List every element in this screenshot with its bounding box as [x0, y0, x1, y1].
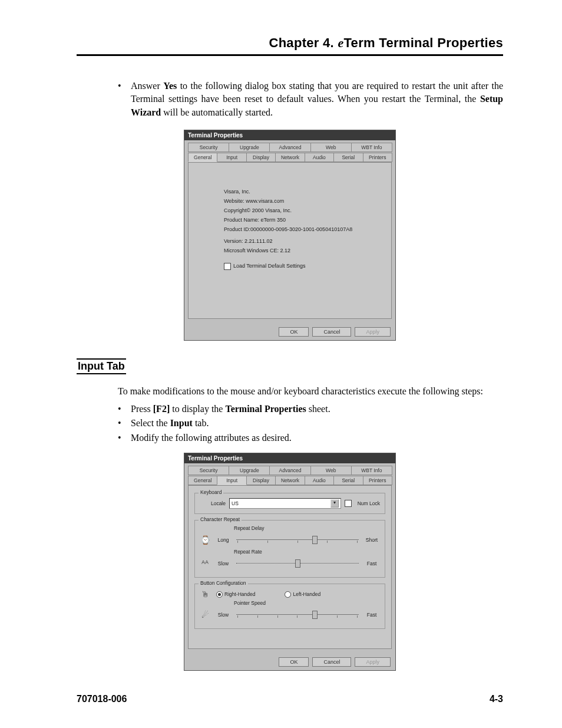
tab2-serial[interactable]: Serial [333, 476, 363, 485]
section-heading-input-tab: Input Tab [77, 358, 126, 374]
b1-post: sheet. [306, 404, 330, 414]
footer-pagenum: 4-3 [490, 694, 503, 704]
numlock-checkbox[interactable] [345, 500, 352, 507]
tab-advanced[interactable]: Advanced [269, 143, 310, 152]
dialog2-title: Terminal Properties [184, 453, 395, 463]
tab-web[interactable]: Web [310, 143, 352, 152]
intro-mid: to the following dialog box stating that… [131, 81, 503, 104]
wince-line: Microsoft Windows CE: 2.12 [224, 248, 377, 253]
tab-general[interactable]: General [188, 153, 217, 162]
repeat-rate-slider[interactable] [236, 559, 359, 568]
bullet-dot: • [118, 431, 131, 444]
tab2-wbt-info[interactable]: WBT Info [351, 466, 392, 475]
cancel-button[interactable]: Cancel [312, 327, 351, 337]
left-handed-radio[interactable] [285, 591, 291, 598]
bullet-dot: • [118, 417, 131, 430]
tab2-security[interactable]: Security [188, 466, 229, 475]
company-line: Visara, Inc. [224, 189, 377, 195]
tab2-general[interactable]: General [188, 476, 217, 485]
repeat-delay-slider[interactable] [236, 536, 359, 544]
repeat-delay-title: Repeat Delay [234, 525, 380, 531]
general-panel: Visara, Inc. Website: www.visara.com Cop… [188, 162, 392, 319]
right-handed-radio[interactable] [216, 591, 223, 598]
tab-security[interactable]: Security [188, 143, 229, 152]
ok-button-2[interactable]: OK [279, 657, 309, 667]
page: Chapter 4. eTerm Terminal Properties • A… [0, 0, 562, 728]
repeat-rate-icon: ᴬᴬ [200, 558, 210, 569]
b1-pre: Press [131, 404, 153, 414]
slow-label: Slow [215, 561, 232, 566]
fast-label: Fast [363, 561, 380, 566]
load-defaults-checkbox[interactable] [224, 263, 231, 270]
apply-button[interactable]: Apply [355, 327, 391, 337]
tab2-audio[interactable]: Audio [305, 476, 334, 485]
load-defaults-row: Load Terminal Default Settings [224, 263, 377, 270]
intro-bullet-text: Answer Yes to the following dialog box s… [131, 80, 503, 119]
ok-button[interactable]: OK [279, 327, 309, 337]
repeat-rate-title: Repeat Rate [234, 549, 380, 555]
right-handed-option[interactable]: Right-Handed [216, 591, 255, 598]
button-config-group: Button Configuration 🖱 Right-Handed Left… [194, 584, 385, 629]
keyboard-legend: Keyboard [199, 489, 223, 495]
right-handed-label: Right-Handed [224, 591, 255, 597]
copyright-line: Copyright© 2000 Visara, Inc. [224, 207, 377, 213]
pointer-speed-icon: ☄ [200, 610, 210, 620]
tab-upgrade[interactable]: Upgrade [229, 143, 270, 152]
b2-pre: Select the [131, 418, 170, 428]
tab-audio[interactable]: Audio [305, 153, 334, 162]
tab2-network[interactable]: Network [275, 476, 305, 485]
screenshot-general-tab: Terminal Properties Security Upgrade Adv… [184, 130, 396, 341]
button-config-legend: Button Configuration [199, 580, 248, 586]
tab-network[interactable]: Network [275, 153, 305, 162]
locale-dropdown[interactable]: US ▾ [229, 498, 341, 509]
tab2-display[interactable]: Display [246, 476, 276, 485]
chevron-down-icon[interactable]: ▾ [330, 499, 339, 508]
dialog-button-row: OK Cancel Apply [184, 324, 395, 340]
b2-post: tab. [193, 418, 209, 428]
chapter-header: Chapter 4. eTerm Terminal Properties [77, 35, 503, 56]
tab-wbt-info[interactable]: WBT Info [351, 143, 392, 152]
char-repeat-legend: Character Repeat [199, 516, 242, 522]
locale-label: Locale [200, 500, 226, 506]
numlock-label: Num Lock [358, 500, 380, 506]
tab-serial[interactable]: Serial [333, 153, 363, 162]
character-repeat-group: Character Repeat Repeat Delay ⌚ Long Sho… [194, 520, 385, 578]
footer-docnum: 707018-006 [77, 694, 127, 704]
repeat-delay-icon: ⌚ [200, 535, 210, 545]
pointer-speed-slider[interactable] [236, 611, 359, 619]
long-label: Long [215, 537, 232, 543]
intro-post: will be automatically started. [161, 107, 273, 117]
input-panel: Keyboard Locale US ▾ Num Lock Character … [188, 485, 392, 649]
tab2-input[interactable]: Input [217, 476, 246, 485]
locale-value: US [232, 500, 239, 506]
bullet-select-input: Select the Input tab. [131, 417, 503, 430]
dialog-title: Terminal Properties [184, 130, 395, 140]
product-name-line: Product Name: eTerm 350 [224, 217, 377, 223]
short-label: Short [363, 537, 380, 543]
tab-display[interactable]: Display [246, 153, 276, 162]
b1-mid: to display the [170, 404, 225, 414]
b1-bold: Terminal Properties [225, 404, 306, 414]
tab2-web[interactable]: Web [310, 466, 352, 475]
tab-row-top: Security Upgrade Advanced Web WBT Info [188, 143, 392, 152]
tab-printers[interactable]: Printers [363, 153, 392, 162]
slow-label-2: Slow [215, 612, 232, 618]
bullet-dot: • [118, 403, 131, 416]
tab2-advanced[interactable]: Advanced [269, 466, 310, 475]
chapter-italic-e: e [338, 35, 343, 50]
tab-row-bottom: General Input Display Network Audio Seri… [188, 153, 392, 162]
b2-bold: Input [170, 418, 193, 428]
cancel-button-2[interactable]: Cancel [312, 657, 351, 667]
tab2-upgrade[interactable]: Upgrade [229, 466, 270, 475]
intro-pre: Answer [131, 81, 163, 91]
tab2-row-bottom: General Input Display Network Audio Seri… [188, 476, 392, 485]
left-handed-option[interactable]: Left-Handed [285, 591, 320, 598]
fast-label-2: Fast [363, 612, 380, 618]
apply-button-2[interactable]: Apply [355, 657, 391, 667]
website-line: Website: www.visara.com [224, 198, 377, 204]
version-line: Version: 2.21.111.02 [224, 238, 377, 244]
left-handed-label: Left-Handed [293, 591, 320, 597]
tab2-printers[interactable]: Printers [363, 476, 392, 485]
mouse-icon: 🖱 [200, 589, 210, 599]
tab-input[interactable]: Input [217, 153, 246, 162]
